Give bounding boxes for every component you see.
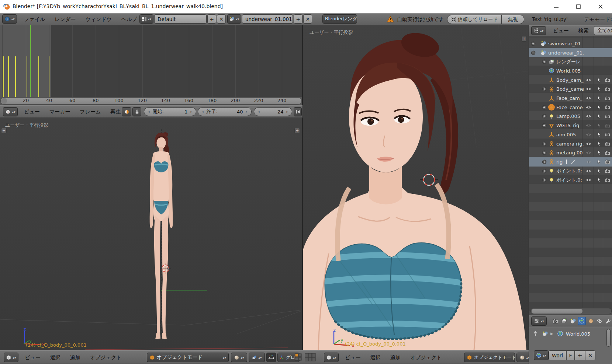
outliner-item-aim.005[interactable]: aim.005: [529, 130, 612, 139]
eye-toggle-eye-icon[interactable]: [585, 141, 592, 146]
auto-keyframe-button[interactable]: [122, 107, 131, 116]
info-menu-3[interactable]: ヘルプ: [117, 14, 142, 25]
outliner-item-WGTS_rig[interactable]: WGTS_rig: [529, 121, 612, 130]
select-toggle-select-arrow-icon[interactable]: [595, 132, 602, 137]
jump-to-start-button[interactable]: [294, 107, 302, 116]
timeline-menu-1[interactable]: マーカー: [45, 106, 75, 117]
vp-right-menu-2[interactable]: 追加: [385, 352, 405, 363]
viewport-left[interactable]: ユーザー・平行投影 + + z y x (24) cf_O_body_00_0.…: [0, 118, 302, 350]
expand-plus-icon[interactable]: [542, 123, 547, 128]
expand-plus-icon[interactable]: [542, 159, 547, 164]
keyframe-marker-frame-31[interactable]: [38, 56, 39, 97]
vp-right-menu-0[interactable]: ビュー: [340, 352, 366, 363]
select-toggle-select-arrow-icon[interactable]: [595, 87, 602, 92]
select-toggle-select-arrow-icon[interactable]: [595, 105, 602, 110]
properties-tab-render[interactable]: [551, 317, 559, 325]
vp-right-menu-1[interactable]: 選択: [366, 352, 385, 363]
render-toggle-camera-icon[interactable]: [604, 77, 611, 83]
render-toggle-camera-icon[interactable]: [604, 87, 611, 92]
select-toggle-select-arrow-icon[interactable]: [595, 141, 602, 146]
render-toggle-camera-icon[interactable]: [604, 178, 611, 183]
fake-user-button[interactable]: F: [566, 350, 575, 360]
outliner-item-underwear_01.[interactable]: underwear_01.: [529, 48, 612, 57]
mode-dropdown-right[interactable]: オブジェクトモード ▲▼: [464, 353, 515, 362]
render-toggle-camera-icon[interactable]: [604, 123, 611, 128]
eye-toggle-eye-icon[interactable]: [585, 87, 592, 92]
outliner-item-Body_came[interactable]: Body_came: [529, 85, 612, 94]
delete-layout-button[interactable]: ✕: [217, 14, 226, 24]
scene-dropdown[interactable]: ▲▼: [227, 14, 241, 24]
outliner-item-swimwear_01[interactable]: swimwear_01: [529, 39, 612, 48]
render-toggle-camera-icon[interactable]: [604, 114, 611, 119]
viewport-shading-dropdown[interactable]: ▲▼: [231, 353, 247, 362]
manipulator-toggle[interactable]: [266, 353, 276, 362]
keyframe-marker-frame-11[interactable]: [15, 56, 16, 97]
select-toggle-select-arrow-icon[interactable]: [595, 159, 602, 164]
outliner-item-Lamp.005[interactable]: Lamp.005: [529, 112, 612, 121]
select-toggle-select-arrow-icon[interactable]: [595, 168, 602, 174]
render-toggle-camera-icon[interactable]: [604, 132, 611, 137]
properties-tab-scene[interactable]: [569, 317, 577, 325]
select-toggle-select-arrow-icon[interactable]: [595, 178, 602, 183]
timeline-area[interactable]: [0, 25, 302, 97]
region-expand-right-icon[interactable]: +: [294, 128, 300, 133]
properties-tab-world[interactable]: [578, 317, 586, 325]
eye-toggle-eye-icon[interactable]: [585, 168, 592, 174]
add-layout-button[interactable]: +: [207, 14, 216, 24]
select-toggle-select-arrow-icon[interactable]: [595, 123, 602, 128]
vp-left-menu-0[interactable]: ビュー: [20, 352, 45, 363]
editor-type-outliner-dropdown[interactable]: ▲▼: [531, 26, 546, 35]
render-toggle-camera-icon[interactable]: [604, 150, 611, 155]
eye-toggle-eye-icon[interactable]: [585, 132, 592, 137]
expand-plus-icon[interactable]: [530, 41, 536, 46]
add-scene-button[interactable]: +: [294, 14, 302, 24]
pivot-point-dropdown[interactable]: ▲▼: [249, 353, 265, 362]
properties-tab-object[interactable]: [587, 317, 595, 325]
region-expand-left-icon[interactable]: +: [1, 128, 7, 133]
keyframe-marker-frame-21[interactable]: [27, 56, 27, 97]
viewport-shading-dropdown[interactable]: ▲▼: [516, 353, 529, 362]
editor-type-properties-dropdown[interactable]: ▲▼: [531, 316, 547, 326]
properties-tab-render-layers[interactable]: [560, 317, 568, 325]
timeline-ruler-scrollbar[interactable]: 20406080100120140160180200220240: [0, 97, 302, 105]
outliner-item-rig[interactable]: rig: [529, 157, 612, 167]
info-menu-0[interactable]: ファイル: [19, 14, 50, 25]
outliner-item-metarig.00[interactable]: metarig.00: [529, 148, 612, 157]
expand-plus-icon[interactable]: [542, 59, 547, 64]
current-frame-field[interactable]: ◂24▸: [254, 107, 292, 116]
expand-plus-icon[interactable]: [542, 178, 547, 183]
eye-toggle-eye-icon[interactable]: [585, 96, 592, 101]
viewport-right[interactable]: ユーザー・平行投影 + z y x (24) cf_O_body_00_0.00…: [302, 25, 529, 350]
outliner-filter-button[interactable]: 全ての: [594, 26, 612, 35]
properties-v-scrollbar[interactable]: [606, 329, 611, 347]
eye-toggle-eye-icon[interactable]: [585, 114, 592, 119]
outliner-item-ポイント.0:[interactable]: ポイント.0:: [529, 167, 612, 176]
collapse-minus-icon[interactable]: [530, 50, 536, 55]
expand-plus-icon[interactable]: [542, 150, 547, 155]
maximize-button[interactable]: [571, 2, 586, 11]
minimize-button[interactable]: [549, 2, 564, 11]
outliner-item-World.005[interactable]: World.005: [529, 66, 612, 76]
render-toggle-camera-icon[interactable]: [604, 168, 611, 174]
close-button[interactable]: [593, 2, 608, 11]
expand-plus-icon[interactable]: [542, 87, 547, 92]
eye-toggle-eye-icon[interactable]: [585, 178, 592, 183]
current-frame-line[interactable]: [30, 25, 31, 97]
vp-left-menu-2[interactable]: 追加: [65, 352, 85, 363]
outliner-menu-1[interactable]: 検索: [574, 25, 594, 36]
ignore-button[interactable]: 無視: [502, 15, 524, 24]
screen-layout-dropdown[interactable]: ▲▼: [139, 14, 153, 24]
editor-type-3dview-dropdown[interactable]: ▲▼: [324, 353, 339, 362]
outliner-menu-0[interactable]: ビュー: [548, 25, 574, 36]
outliner-item-レンダーレ[interactable]: レンダーレ: [529, 57, 612, 66]
timeline-menu-2[interactable]: フレーム: [75, 106, 106, 117]
eye-toggle-eye-icon[interactable]: [585, 159, 592, 164]
lock-button[interactable]: [132, 107, 141, 116]
outliner-item-Face_came[interactable]: Face_came: [529, 103, 612, 112]
trust-reload-button[interactable]: 信頼してリロード: [447, 15, 502, 24]
vp-right-menu-3[interactable]: オブジェクト: [405, 352, 447, 363]
world-datablock-dropdown[interactable]: ▲▼: [534, 350, 549, 360]
delete-scene-button[interactable]: ✕: [303, 14, 312, 24]
pin-icon[interactable]: [533, 330, 538, 337]
outliner-item-Body_cam_[interactable]: Body_cam_: [529, 76, 612, 85]
